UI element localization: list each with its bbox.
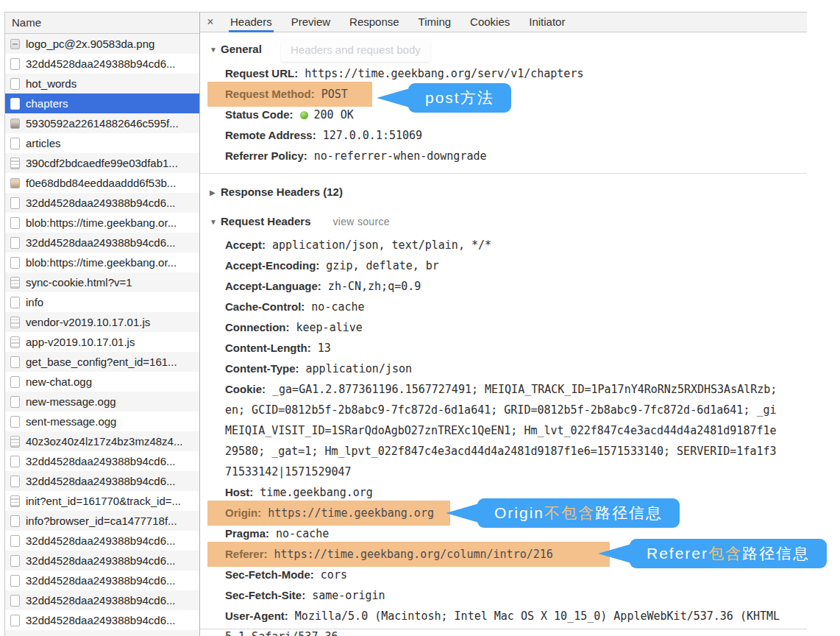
tab-cookies[interactable]: Cookies [460,13,519,32]
header-item: Accept:application/json, text/plain, */* [200,235,807,255]
network-details-panel: × HeadersPreviewResponseTimingCookiesIni… [200,12,807,629]
network-request-row[interactable]: 32dd4528daa249388b94cd6... [5,531,199,551]
disclosure-triangle-icon [210,215,221,229]
document-icon [10,555,20,567]
network-request-row[interactable]: get_base_config?ent_id=161... [5,352,199,372]
request-name: info [26,296,43,308]
header-value: 127.0.0.1:51069 [323,129,422,142]
network-request-row[interactable]: 32dd4528daa249388b94cd6... [5,471,199,491]
request-name: f0e68dbd84eeddaaddd6f53b... [26,177,176,189]
network-request-row[interactable]: 32dd4528daa249388b94cd6... [5,610,199,630]
network-request-row[interactable]: 32dd4528daa249388b94cd6... [5,54,199,74]
header-line: Accept-Encoding:gzip, deflate, br [225,255,807,276]
image-thumbnail-icon [10,119,20,129]
request-name: 32dd4528daa249388b94cd6... [26,57,176,70]
header-name: Accept-Language: [225,280,321,292]
document-icon [10,237,20,249]
network-request-row[interactable]: new-message.ogg [5,392,199,411]
header-item: Content-Length:13 [200,338,807,358]
header-name: Cookie: [225,383,266,395]
request-name: chapters [26,97,68,110]
network-request-row[interactable]: 32dd4528daa249388b94cd6... [5,193,199,213]
request-name: init?ent_id=161770&track_id=... [26,495,181,507]
disclosure-triangle-icon [210,186,221,199]
header-item: Connection:keep-alive [200,317,807,338]
network-request-row[interactable]: f0e68dbd84eeddaaddd6f53b... [5,173,199,193]
close-icon[interactable]: × [200,13,221,32]
network-request-row[interactable]: sent-message.ogg [5,411,199,431]
header-value: gzip, deflate, br [326,259,439,272]
header-line: Content-Type:application/json [225,358,807,379]
tab-timing[interactable]: Timing [409,13,460,32]
script-icon [10,158,20,169]
document-icon [10,356,20,368]
network-request-row[interactable]: 40z3oz40z4lz17z4bz3mz48z4... [5,431,199,451]
network-request-row[interactable]: 5930592a22614882646c595f... [5,113,199,133]
view-source-link[interactable]: view source [333,216,390,227]
name-column-header[interactable]: Name [5,13,199,34]
header-item: Sec-Fetch-Site:same-origin [200,585,807,606]
status-ok-icon [300,111,308,119]
network-request-row[interactable]: new-chat.ogg [5,372,199,392]
network-request-row[interactable]: articles [5,133,199,153]
document-icon [10,78,20,90]
network-request-row[interactable]: hot_words [5,74,199,93]
network-request-row[interactable]: vendor-v2019.10.17.01.js [5,312,199,332]
network-request-row[interactable]: 32dd4528daa249388b94cd6... [5,233,199,252]
list-filler-row [5,630,199,636]
document-icon [10,58,20,70]
network-request-row[interactable]: info?browser_id=ca1477718f... [5,511,199,531]
tab-headers[interactable]: Headers [221,13,282,32]
header-line: Content-Length:13 [225,338,807,358]
tab-initiator[interactable]: Initiator [519,13,574,32]
network-request-row[interactable]: 390cdf2bdcaedfe99e03dfab1... [5,153,199,173]
header-item: Remote Address:127.0.0.1:51069 [200,125,807,146]
header-item: Origin:https://time.geekbang.orgOrigin不包… [200,503,807,523]
callout-text: 路径信息 [595,504,663,521]
request-name: 32dd4528daa249388b94cd6... [26,236,176,249]
response-headers-section-header[interactable]: Response Headers (12) [210,185,807,199]
document-icon [10,456,20,467]
network-request-row[interactable]: blob:https://time.geekbang.or... [5,252,199,272]
network-request-row[interactable]: info [5,292,199,312]
header-value: 71533142|1571529047 [225,465,352,478]
tab-preview[interactable]: Preview [282,13,340,32]
network-request-row[interactable]: 32dd4528daa249388b94cd6... [5,551,199,570]
header-value: 5.1 Safari/537.36 [225,630,338,636]
request-name: new-chat.ogg [26,375,92,388]
tab-tooltip: Headers and request body [281,40,430,62]
network-request-row[interactable]: chapters [5,93,199,113]
header-value: same-origin [312,589,385,602]
header-value: _ga=GA1.2.877361196.1567727491; MEIQIA_T… [272,383,777,396]
tab-bar: × HeadersPreviewResponseTimingCookiesIni… [200,13,807,32]
tab-response[interactable]: Response [340,13,409,32]
request-name: info?browser_id=ca1477718f... [26,515,177,527]
header-value: en; GCID=0812b5f-2b8abc9-7fc872d-6d1a641… [225,403,777,417]
network-request-row[interactable]: app-v2019.10.17.01.js [5,332,199,352]
general-items: Request URL:https://time.geekbang.org/se… [200,63,807,166]
request-headers-section-header[interactable]: Request Headersview source [210,214,807,228]
network-request-row[interactable]: sync-cookie.html?v=1 [5,272,199,292]
network-request-row[interactable]: 32dd4528daa249388b94cd6... [5,570,199,590]
network-request-row[interactable]: 32dd4528daa249388b94cd6... [5,590,199,610]
header-name: Accept-Encoding: [225,259,319,272]
network-request-row[interactable]: init?ent_id=161770&track_id=... [5,491,199,511]
document-icon [10,376,20,388]
document-icon [10,98,20,110]
header-value: zh-CN,zh;q=0.9 [328,280,421,293]
network-request-row[interactable]: blob:https://time.geekbang.or... [5,213,199,233]
network-request-row[interactable]: 32dd4528daa249388b94cd6... [5,451,199,471]
network-request-row[interactable]: logo_pc@2x.90583da.png [5,34,199,54]
request-name: 32dd4528daa249388b94cd6... [26,534,176,547]
request-name: 32dd4528daa249388b94cd6... [26,594,176,607]
header-name: Request Method: [225,88,315,100]
header-item: Accept-Language:zh-CN,zh;q=0.9 [200,276,807,297]
callout-text: 路径信息 [742,545,810,562]
header-line: 29580; _gat=1; Hm_lpvt_022f847c4e3acd44d… [225,441,807,462]
header-value: no-cache [311,300,364,314]
request-name: get_base_config?ent_id=161... [26,356,177,368]
callout-text: post方法 [425,89,494,106]
request-name: 32dd4528daa249388b94cd6... [26,554,176,567]
header-item: Request Method:POSTpost方法 [200,84,807,105]
document-icon [10,396,20,408]
